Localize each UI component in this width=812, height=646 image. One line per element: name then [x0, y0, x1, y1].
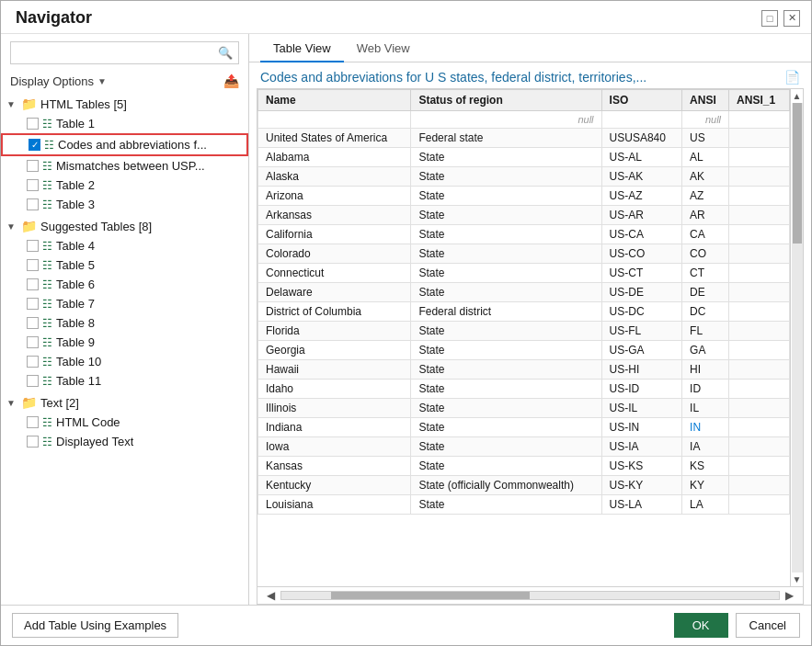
checkbox-table4[interactable]: [27, 240, 39, 252]
display-options-button[interactable]: Display Options ▼: [10, 74, 107, 88]
item-label-table6: Table 6: [56, 278, 95, 291]
tree-item-mismatches[interactable]: ☷ Mismatches between USP...: [1, 156, 248, 176]
null-status: null: [411, 111, 601, 129]
table-row: Iowa State US-IA IA: [258, 437, 790, 457]
tree-item-table7[interactable]: ☷ Table 7: [1, 294, 248, 313]
html-tables-group[interactable]: ▼ 📁 HTML Tables [5]: [1, 94, 248, 114]
table-row: Idaho State US-ID ID: [258, 380, 790, 399]
scroll-right-icon[interactable]: ▶: [783, 589, 795, 602]
folder-icon-suggested: 📁: [21, 219, 37, 233]
tab-table-view[interactable]: Table View: [260, 34, 344, 62]
item-label-table1: Table 1: [56, 117, 95, 130]
item-label-table11: Table 11: [56, 374, 101, 388]
null-ansi1: [729, 111, 790, 129]
h-scroll-track[interactable]: [280, 591, 780, 600]
item-label-table7: Table 7: [56, 297, 95, 311]
item-label-table2: Table 2: [56, 178, 95, 192]
table-icon: ☷: [42, 118, 52, 130]
tree-item-table10[interactable]: ☷ Table 10: [1, 352, 248, 371]
item-label-displayed-text: Displayed Text: [56, 435, 133, 448]
table-icon-table9: ☷: [42, 336, 52, 349]
table-row: Alabama State US-AL AL: [258, 148, 790, 167]
table-row: United States of America Federal state U…: [258, 129, 790, 148]
checkbox-html-code[interactable]: [27, 416, 39, 428]
checkbox-table5[interactable]: [27, 259, 39, 271]
scroll-up-icon[interactable]: ▲: [793, 89, 802, 103]
search-icon: 🔍: [212, 42, 238, 63]
h-scroll-thumb[interactable]: [331, 592, 530, 599]
close-button[interactable]: ✕: [783, 10, 800, 27]
table-row: Kentucky State (officially Commonwealth)…: [258, 476, 790, 495]
item-label-table10: Table 10: [56, 355, 101, 368]
tree-item-table5[interactable]: ☷ Table 5: [1, 255, 248, 275]
col-header-ansi: ANSI: [682, 90, 729, 111]
checkbox-table6[interactable]: [27, 278, 39, 290]
item-label-table9: Table 9: [56, 335, 95, 349]
import-icon[interactable]: 📤: [223, 74, 239, 88]
tree-item-displayed-text[interactable]: ☷ Displayed Text: [1, 432, 248, 451]
table-row: Florida State US-FL FL: [258, 322, 790, 341]
cell-ansi1: [729, 129, 790, 148]
preview-header: Codes and abbreviations for U S states, …: [249, 62, 811, 88]
tree-item-table2[interactable]: ☷ Table 2: [1, 176, 248, 195]
table-icon-table2: ☷: [42, 179, 52, 192]
null-iso: [601, 111, 682, 129]
text-group[interactable]: ▼ 📁 Text [2]: [1, 392, 248, 413]
cell-status: Federal state: [411, 129, 601, 148]
checkbox-table10[interactable]: [27, 356, 39, 368]
bottom-right-buttons: OK Cancel: [674, 613, 800, 638]
tree-item-table4[interactable]: ☷ Table 4: [1, 236, 248, 255]
v-scroll-thumb[interactable]: [793, 103, 802, 244]
table-row: Georgia State US-GA GA: [258, 341, 790, 360]
display-options-label: Display Options: [10, 74, 94, 88]
checkbox-table1[interactable]: [27, 118, 39, 130]
table-row: Indiana State US-IN IN: [258, 418, 790, 437]
tab-web-view[interactable]: Web View: [344, 34, 423, 62]
scroll-left-icon[interactable]: ◀: [265, 589, 277, 602]
tree-item-table6[interactable]: ☷ Table 6: [1, 275, 248, 294]
export-icon[interactable]: 📄: [784, 70, 800, 85]
table-scroll-area[interactable]: Name Status of region ISO ANSI ANSI_1: [257, 89, 790, 586]
scroll-down-icon[interactable]: ▼: [793, 572, 802, 586]
text-label: Text [2]: [40, 396, 79, 410]
tree-item-codes[interactable]: ✓ ☷ Codes and abbreviations f...: [1, 133, 248, 156]
folder-icon-text: 📁: [21, 395, 37, 410]
text-section: ▼ 📁 Text [2] ☷ HTML Code ☷ Displayed Tex…: [1, 392, 248, 451]
window-controls: □ ✕: [761, 10, 800, 27]
checkbox-table9[interactable]: [27, 336, 39, 348]
display-options-bar: Display Options ▼ 📤: [1, 72, 248, 94]
tabs-bar: Table View Web View: [249, 34, 811, 62]
search-input[interactable]: [11, 42, 212, 63]
vertical-scrollbar[interactable]: ▲ ▼: [790, 89, 803, 586]
dialog-title: Navigator: [16, 8, 92, 28]
checkbox-codes[interactable]: ✓: [29, 139, 40, 151]
minimize-button[interactable]: □: [761, 10, 778, 27]
add-table-button[interactable]: Add Table Using Examples: [12, 613, 178, 638]
tree-item-table1[interactable]: ☷ Table 1: [1, 114, 248, 133]
ok-button[interactable]: OK: [674, 613, 728, 638]
table-icon-table3: ☷: [42, 198, 52, 211]
checkbox-table8[interactable]: [27, 317, 39, 329]
horizontal-scrollbar[interactable]: ◀ ▶: [257, 587, 804, 605]
table-row: California State US-CA CA: [258, 225, 790, 244]
table-icon-table5: ☷: [42, 259, 52, 272]
checkbox-table11[interactable]: [27, 375, 39, 387]
table-icon-table10: ☷: [42, 356, 52, 368]
suggested-tables-group[interactable]: ▼ 📁 Suggested Tables [8]: [1, 216, 248, 236]
col-header-ansi1: ANSI_1: [729, 90, 790, 111]
cancel-button[interactable]: Cancel: [736, 613, 800, 638]
v-scroll-track[interactable]: [792, 103, 803, 572]
tree-item-table3[interactable]: ☷ Table 3: [1, 195, 248, 214]
checkbox-mismatches[interactable]: [27, 160, 39, 172]
tree-item-table8[interactable]: ☷ Table 8: [1, 313, 248, 333]
checkbox-table7[interactable]: [27, 298, 39, 310]
tree-item-table11[interactable]: ☷ Table 11: [1, 371, 248, 391]
tree-item-table9[interactable]: ☷ Table 9: [1, 333, 248, 352]
checkbox-table3[interactable]: [27, 198, 39, 210]
tree-item-html-code[interactable]: ☷ HTML Code: [1, 413, 248, 432]
cell-iso: USUSA840: [601, 129, 682, 148]
checkbox-table2[interactable]: [27, 179, 39, 191]
checkbox-displayed-text[interactable]: [27, 436, 39, 448]
table-icon-table7: ☷: [42, 298, 52, 311]
cell-ansi: US: [682, 129, 729, 148]
